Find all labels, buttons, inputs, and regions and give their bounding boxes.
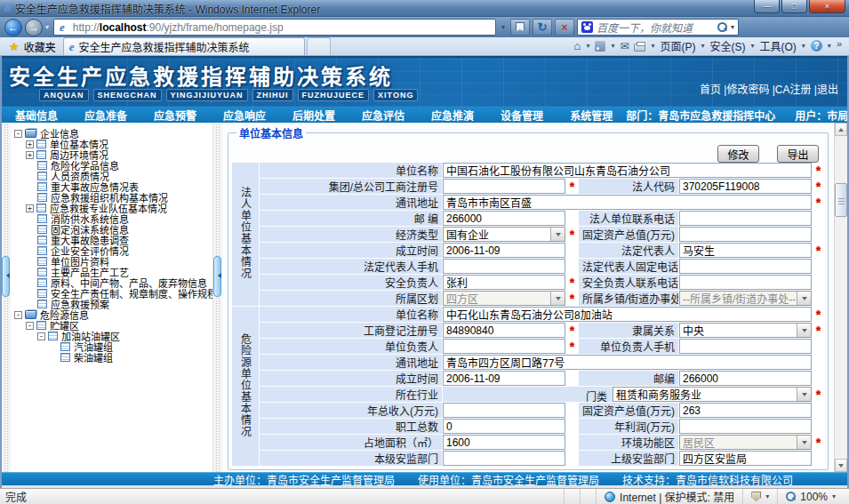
forward-button[interactable]: → [25,19,43,36]
form-input[interactable] [679,371,812,386]
form-select[interactable]: 四方区 [443,291,565,306]
form-input[interactable] [443,403,565,418]
nav-item[interactable]: 基础信息 [2,108,71,123]
browser-tab[interactable]: e 安全生产应急救援指挥辅助决策系统 [63,37,305,55]
expand-icon[interactable]: + [26,140,34,148]
form-input[interactable] [679,275,812,290]
print-dropdown-icon[interactable]: ▾ [651,42,654,50]
form-input[interactable] [679,339,812,354]
scroll-down-icon[interactable] [835,459,847,472]
help-icon[interactable]: ? [811,40,822,52]
form-input[interactable] [443,259,565,274]
form-input[interactable] [443,339,565,354]
expand-icon[interactable]: + [26,151,34,159]
form-input[interactable] [443,323,565,338]
nav-item[interactable]: 后期处置 [279,108,348,123]
collapse-icon[interactable]: - [14,311,22,319]
collapse-icon[interactable]: - [37,332,45,340]
tree-item[interactable]: -危险源信息 [12,309,212,320]
form-input[interactable] [679,451,812,466]
form-input[interactable] [679,211,812,226]
export-button[interactable]: 导出 [777,145,819,163]
tree-item[interactable]: 危险化学品信息 [12,160,212,171]
form-input[interactable] [443,451,565,466]
form-input[interactable] [443,179,565,194]
form-input[interactable] [443,355,812,370]
home-icon[interactable]: ⌂ [574,39,581,52]
form-input[interactable] [679,419,812,434]
form-input[interactable] [443,371,565,386]
form-select[interactable]: 国有企业 [443,227,565,242]
rss-dropdown-icon[interactable]: ▾ [611,42,614,50]
maximize-button[interactable]: □ [781,0,807,13]
status-zoom[interactable]: 100% ▾ [777,489,844,504]
back-button[interactable]: ← [4,19,22,36]
url-input[interactable]: e http://localhost:90/yjzh/frame/homepag… [53,19,496,36]
form-input[interactable] [443,195,812,210]
close-button[interactable]: × [809,0,845,13]
form-select[interactable]: 租赁和商务服务业 [613,387,812,402]
form-input[interactable] [679,259,812,274]
header-link[interactable]: 首页 [700,84,721,96]
overflow-chevron-icon[interactable]: » [837,38,842,49]
mail-icon[interactable]: ✉ [620,40,629,52]
page-menu[interactable]: 页面(P) [660,38,695,53]
scrollbar-thumb[interactable] [835,183,847,217]
dropdown-arrow-icon[interactable] [797,324,811,337]
search-input[interactable]: 百度一下，你就知道 ▾ [577,19,739,36]
expand-icon[interactable]: + [26,204,34,212]
dropdown-arrow-icon[interactable] [550,292,565,305]
nav-item[interactable]: 设备管理 [487,108,557,123]
protected-dropdown-icon[interactable]: ▾ [765,492,769,500]
tree-splitter[interactable] [213,123,222,472]
nav-item[interactable]: 应急准备 [71,108,140,123]
print-icon[interactable] [634,44,645,52]
tree-item[interactable]: 企业安全评价情况 [12,245,212,256]
form-select[interactable]: 居民区 [679,435,812,450]
form-input[interactable] [443,435,565,450]
status-protected-mode[interactable]: ▾ [742,489,777,504]
header-link[interactable]: 退出 [817,84,838,96]
dropdown-arrow-icon[interactable] [797,436,811,449]
tree-item[interactable]: 安全生产责任制、规章制度、操作规程信息 [12,288,212,299]
dropdown-arrow-icon[interactable] [797,388,811,401]
new-tab-button[interactable] [307,37,331,55]
search-icon[interactable] [717,22,727,32]
form-input[interactable] [443,419,565,434]
tools-menu[interactable]: 工具(O) [760,38,797,53]
nav-item[interactable]: 应急评估 [348,108,418,123]
form-input[interactable] [679,403,812,418]
form-input[interactable] [443,307,812,322]
tree-item[interactable]: +单位基本情况 [12,139,212,149]
form-select[interactable]: --所属乡镇/街道办事处-- [679,291,812,306]
form-input[interactable] [679,179,812,194]
nav-item[interactable]: 应急推演 [418,108,487,123]
dropdown-arrow-icon[interactable] [797,292,811,305]
form-input[interactable] [443,243,565,258]
scroll-up-icon[interactable] [835,123,847,136]
rss-feed-icon[interactable] [595,41,605,52]
form-input[interactable] [679,227,812,242]
form-input[interactable] [443,211,565,226]
favorites-button[interactable]: ★ 收藏夹 [4,37,63,55]
url-dropdown-icon[interactable]: ▾ [499,23,508,31]
form-input[interactable] [679,243,812,258]
refresh-button[interactable]: ↻ [533,19,552,36]
left-splitter-handle-icon[interactable] [2,256,10,297]
form-select[interactable]: 中央 [679,323,812,338]
history-dropdown-icon[interactable]: ▾ [45,23,49,31]
nav-item[interactable]: 应急预警 [140,108,210,123]
security-menu[interactable]: 安全(S) [710,38,746,53]
search-dropdown-icon[interactable]: ▾ [731,23,734,31]
collapse-icon[interactable]: - [14,130,22,138]
tree-item[interactable]: -企业信息 [12,128,212,139]
nav-item[interactable]: 系统管理 [557,108,626,123]
collapse-icon[interactable]: - [26,322,34,330]
vertical-scrollbar[interactable] [834,123,847,472]
dropdown-arrow-icon[interactable] [550,228,565,241]
tree-splitter-handle-icon[interactable] [213,256,221,297]
tree-item[interactable]: 柴油罐组 [12,352,212,363]
nav-item[interactable]: 应急响应 [210,108,279,123]
header-link[interactable]: CA注册 [775,84,812,96]
modify-button[interactable]: 修改 [717,145,759,163]
